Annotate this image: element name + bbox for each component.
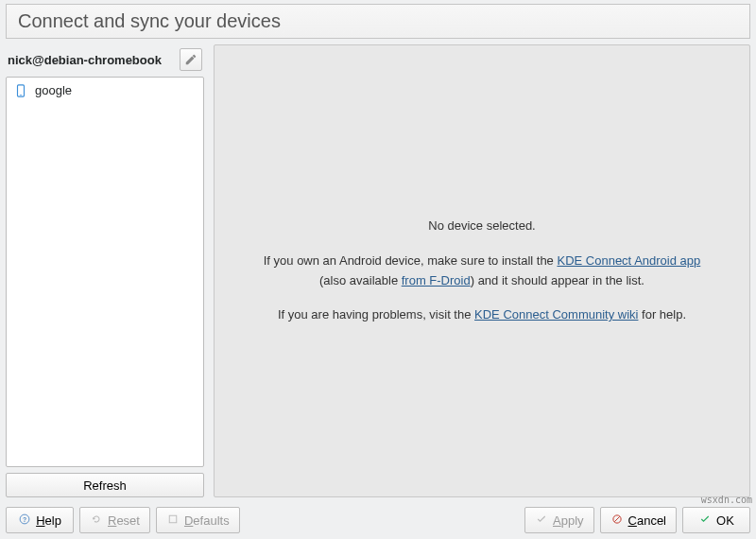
svg-point-1: [20, 94, 21, 95]
device-list[interactable]: google: [6, 77, 204, 467]
svg-rect-4: [169, 515, 177, 523]
edit-hostname-button[interactable]: [180, 48, 202, 71]
no-device-text: No device selected.: [428, 217, 535, 236]
detail-panel: No device selected. If you own an Androi…: [214, 44, 750, 497]
phone-icon: [14, 84, 27, 97]
button-bar: ? Help Reset Defaults Apply Cancel OK: [0, 501, 756, 539]
device-list-item[interactable]: google: [7, 78, 203, 103]
ok-icon: [698, 513, 712, 527]
undo-icon: [90, 513, 103, 527]
check-icon: [535, 513, 548, 527]
help-instruction: If you are having problems, visit the KD…: [278, 305, 686, 325]
help-button[interactable]: ? Help: [6, 507, 74, 533]
watermark: wsxdn.com: [701, 495, 752, 505]
defaults-icon: [166, 513, 180, 527]
left-panel: nick@debian-chromebook google Refresh: [6, 44, 204, 497]
svg-line-6: [614, 516, 619, 521]
install-instruction: If you own an Android device, make sure …: [252, 252, 712, 291]
pencil-icon: [184, 53, 198, 66]
main-content: nick@debian-chromebook google Refresh No…: [0, 41, 756, 501]
kde-android-link[interactable]: KDE Connect Android app: [557, 253, 700, 268]
hostname-row: nick@debian-chromebook: [6, 44, 204, 77]
cancel-icon: [610, 513, 624, 527]
title-bar: Connect and sync your devices: [6, 4, 750, 39]
spacer: [246, 507, 519, 533]
fdroid-link[interactable]: from F-Droid: [402, 273, 471, 287]
help-icon: ?: [18, 513, 31, 527]
device-name: google: [35, 83, 72, 97]
svg-text:?: ?: [23, 516, 26, 523]
ok-button[interactable]: OK: [682, 507, 750, 533]
wiki-link[interactable]: KDE Connect Community wiki: [474, 307, 638, 322]
cancel-button[interactable]: Cancel: [600, 507, 677, 533]
hostname-label: nick@debian-chromebook: [8, 53, 174, 67]
refresh-button[interactable]: Refresh: [6, 473, 204, 497]
page-title: Connect and sync your devices: [18, 10, 738, 32]
defaults-button[interactable]: Defaults: [156, 507, 240, 533]
reset-button[interactable]: Reset: [79, 507, 150, 533]
apply-button[interactable]: Apply: [524, 507, 594, 533]
